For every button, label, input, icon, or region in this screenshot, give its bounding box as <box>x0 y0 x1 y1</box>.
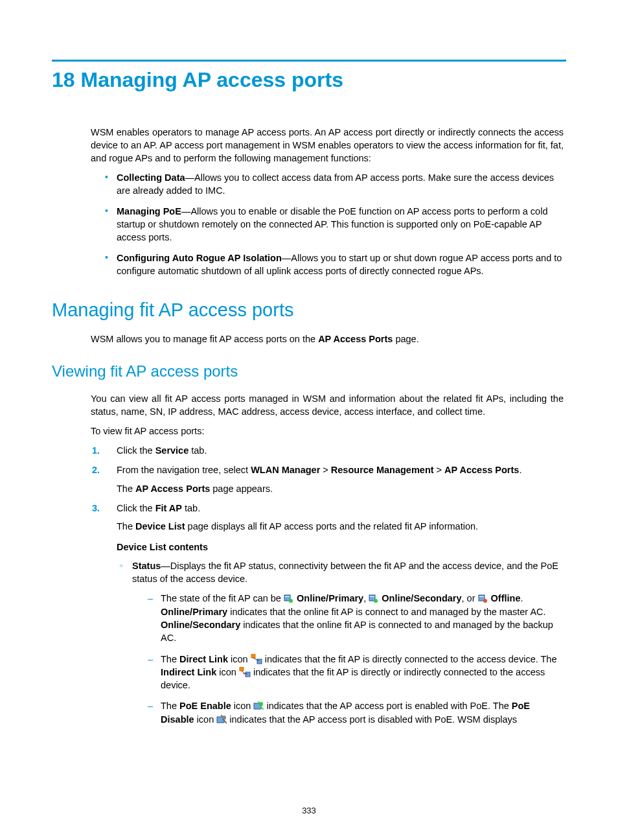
poe-disable-icon <box>216 715 227 725</box>
nav-item: Resource Management <box>331 465 434 475</box>
list-item: Collecting Data—Allows you to collect ac… <box>105 171 564 197</box>
svg-rect-4 <box>370 596 374 597</box>
text: page appears. <box>210 484 273 494</box>
feature-name: Managing PoE <box>117 206 181 216</box>
sep: > <box>434 465 445 475</box>
indirect-link-icon <box>239 667 251 677</box>
text: The <box>161 654 179 664</box>
text: The <box>117 521 135 531</box>
text: indicates that the fit AP is directly co… <box>265 654 557 664</box>
state-label: Online/Secondary <box>161 620 240 630</box>
text: icon <box>231 701 254 711</box>
step-item: Click the Service tab. <box>91 444 564 457</box>
svg-rect-1 <box>285 596 290 597</box>
nav-item: AP Access Ports <box>444 465 519 475</box>
sep: > <box>320 465 331 475</box>
feature-list: Collecting Data—Allows you to collect ac… <box>105 171 564 277</box>
icon-label: Indirect Link <box>161 667 216 677</box>
step-item: Click the Fit AP tab. The Device List pa… <box>91 502 564 726</box>
list-item: Managing PoE—Allows you to enable or dis… <box>105 205 564 244</box>
subsection-heading: Viewing fit AP access ports <box>52 362 566 380</box>
contents-heading: Device List contents <box>117 541 564 554</box>
text: The <box>117 484 135 494</box>
text: page displays all fit AP access ports an… <box>185 521 478 531</box>
sub-item: The Direct Link icon indicates that the … <box>146 653 564 692</box>
list-item: Configuring Auto Rogue AP Isolation—Allo… <box>105 251 564 277</box>
subsection-intro: You can view all fit AP access ports man… <box>91 392 564 418</box>
text: . <box>519 465 521 475</box>
svg-rect-13 <box>246 672 250 677</box>
sub-item: The state of the fit AP can be Online/Pr… <box>146 592 564 644</box>
svg-rect-10 <box>257 659 262 664</box>
text: icon <box>194 714 217 725</box>
text: indicates that the AP access port is dis… <box>229 714 517 725</box>
feature-name: Configuring Auto Rogue AP Isolation <box>117 253 282 263</box>
page-number: 333 <box>0 806 618 815</box>
text: icon <box>216 667 239 677</box>
state-label: Online/Primary <box>161 607 227 617</box>
nav-item: WLAN Manager <box>251 465 320 475</box>
page-name: Device List <box>135 521 185 531</box>
ap-online-secondary-icon <box>369 594 379 603</box>
text: tab. <box>189 445 207 456</box>
icon-label: PoE Enable <box>179 701 231 711</box>
chapter-title: 18 Managing AP access ports <box>52 68 566 92</box>
svg-point-20 <box>222 716 226 719</box>
svg-point-16 <box>243 672 245 674</box>
svg-point-18 <box>259 702 263 706</box>
field-desc: —Displays the fit AP status, connectivit… <box>132 561 558 584</box>
status-sublist: The state of the fit AP can be Online/Pr… <box>146 592 564 726</box>
field-name: Status <box>132 561 161 571</box>
feature-name: Collecting Data <box>117 172 185 183</box>
poe-enable-icon <box>253 701 264 711</box>
section-heading: Managing fit AP access ports <box>52 299 566 321</box>
svg-rect-7 <box>479 596 484 597</box>
field-item: Status—Displays the fit AP status, conne… <box>118 559 564 726</box>
text: Click the <box>117 445 155 456</box>
text: page. <box>393 334 418 344</box>
text: indicates that the AP access port is ena… <box>267 701 512 711</box>
text: WSM allows you to manage fit AP access p… <box>91 334 318 344</box>
section-intro: WSM allows you to manage fit AP access p… <box>91 332 564 345</box>
text: Click the <box>117 503 155 513</box>
page-name: AP Access Ports <box>318 334 393 344</box>
sub-item: The PoE Enable icon indicates that the A… <box>146 699 564 726</box>
text: icon <box>228 654 251 664</box>
ap-online-icon <box>284 594 294 603</box>
text: , <box>363 593 369 603</box>
state-label: Online/Primary <box>297 593 363 603</box>
text: , or <box>462 593 478 603</box>
svg-point-2 <box>289 599 293 603</box>
svg-point-5 <box>374 599 378 603</box>
step-result: The Device List page displays all fit AP… <box>117 520 564 533</box>
text: The <box>161 701 179 711</box>
intro-paragraph: WSM enables operators to manage AP acces… <box>91 126 564 165</box>
text: tab. <box>182 503 200 513</box>
tab-name: Fit AP <box>155 503 182 513</box>
svg-point-8 <box>483 599 487 603</box>
icon-label: Direct Link <box>179 654 228 664</box>
text: From the navigation tree, select <box>117 465 251 475</box>
feature-desc: —Allows you to enable or disable the PoE… <box>117 206 547 242</box>
field-list: Status—Displays the fit AP status, conne… <box>118 559 564 726</box>
state-label: Offline <box>491 593 521 603</box>
step-item: From the navigation tree, select WLAN Ma… <box>91 463 564 495</box>
ap-offline-icon <box>478 594 488 603</box>
steps-lead: To view fit AP access ports: <box>91 425 564 438</box>
svg-rect-9 <box>251 654 255 658</box>
text: . <box>520 593 523 603</box>
procedure-steps: Click the Service tab. From the navigati… <box>91 444 564 726</box>
svg-rect-12 <box>240 667 244 671</box>
state-label: Online/Secondary <box>382 593 461 603</box>
direct-link-icon <box>251 654 262 664</box>
page-name: AP Access Ports <box>135 484 210 494</box>
step-result: The AP Access Ports page appears. <box>117 482 564 495</box>
text: indicates that the online fit AP is conn… <box>227 607 545 617</box>
tab-name: Service <box>155 445 189 456</box>
text: The state of the fit AP can be <box>161 593 284 603</box>
